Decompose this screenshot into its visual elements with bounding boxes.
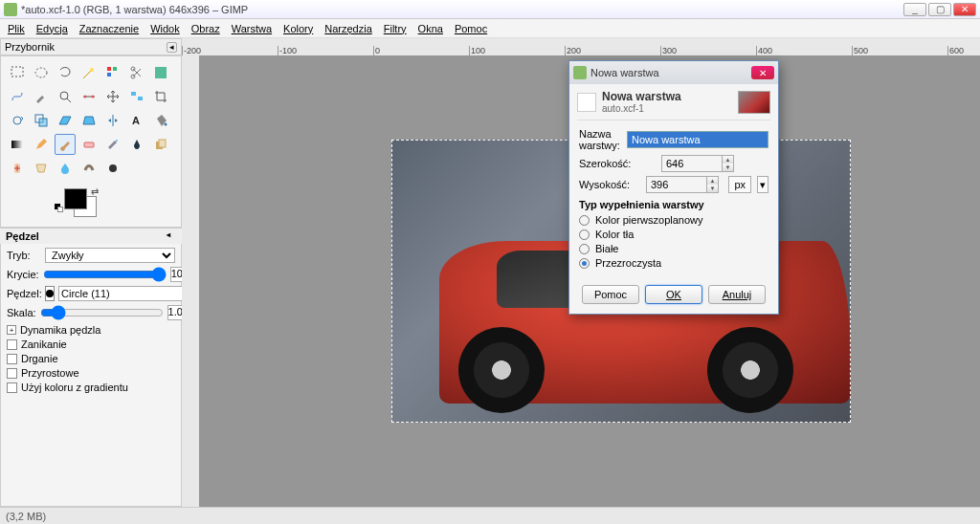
color-select-tool[interactable]	[102, 62, 123, 83]
width-label: Szerokość:	[579, 158, 656, 169]
picker-tool[interactable]	[31, 86, 52, 107]
fill-white-radio[interactable]: Białe	[579, 243, 768, 254]
menu-plik[interactable]: Plik	[2, 21, 31, 36]
menu-zaznaczenie[interactable]: Zaznaczenie	[74, 21, 145, 36]
height-spin[interactable]: 396▲▼	[646, 176, 719, 193]
wand-tool[interactable]	[78, 62, 100, 83]
rect-select-tool[interactable]	[7, 62, 28, 83]
layer-name-label: Nazwa warstwy:	[579, 128, 621, 151]
minimize-button[interactable]: _	[903, 3, 926, 16]
ink-tool[interactable]	[126, 134, 147, 155]
svg-rect-12	[131, 92, 136, 96]
incremental-check[interactable]: Przyrostowe	[7, 367, 175, 379]
rotate-tool[interactable]	[7, 110, 28, 131]
crop-tool[interactable]	[150, 86, 171, 107]
eraser-tool[interactable]	[78, 134, 100, 155]
unit-select[interactable]: px	[728, 176, 751, 193]
menu-filtry[interactable]: Filtry	[378, 21, 412, 36]
brush-name[interactable]	[58, 286, 196, 301]
fg-bg-swatches[interactable]: ⇄	[64, 188, 102, 221]
swap-colors-icon[interactable]: ⇄	[91, 186, 99, 197]
fade-check[interactable]: Zanikanie	[7, 338, 175, 350]
svg-rect-5	[107, 73, 111, 76]
airbrush-tool[interactable]	[102, 134, 123, 155]
default-colors-icon[interactable]	[55, 204, 64, 213]
mode-select[interactable]: Zwykły	[45, 248, 175, 263]
gradient-tool[interactable]	[7, 134, 28, 155]
opacity-slider[interactable]	[43, 268, 167, 281]
menu-edycja[interactable]: Edycja	[31, 21, 74, 36]
toolbox-close-icon[interactable]: ◂	[167, 42, 177, 53]
layer-name-input[interactable]	[627, 131, 768, 148]
close-button[interactable]: ✕	[953, 3, 976, 16]
cancel-button[interactable]: Anuluj	[708, 285, 766, 304]
pencil-tool[interactable]	[31, 134, 52, 155]
menu-okna[interactable]: Okna	[412, 21, 449, 36]
paintbrush-tool[interactable]	[55, 134, 76, 155]
lasso-tool[interactable]	[55, 62, 76, 83]
menu-kolory[interactable]: Kolory	[278, 21, 319, 36]
bucket-tool[interactable]	[150, 110, 171, 131]
menu-widok[interactable]: Widok	[145, 21, 186, 36]
align-tool[interactable]	[126, 86, 147, 107]
scale-label: Skala:	[7, 307, 36, 318]
toolbox-title-bar: Przybornik ◂	[0, 38, 182, 55]
scale-slider[interactable]	[40, 306, 164, 319]
svg-rect-13	[138, 97, 143, 100]
zoom-tool[interactable]	[55, 86, 76, 107]
scissors-tool[interactable]	[126, 62, 147, 83]
blur-tool[interactable]	[55, 158, 76, 179]
svg-point-1	[35, 68, 47, 77]
svg-rect-19	[84, 142, 94, 147]
fg-select-tool[interactable]	[150, 62, 171, 83]
smudge-tool[interactable]	[78, 158, 100, 179]
unit-dropdown-icon[interactable]: ▾	[757, 176, 768, 193]
ok-button[interactable]: OK	[645, 285, 702, 304]
gimp-icon	[4, 3, 17, 16]
dialog-close-button[interactable]: ✕	[751, 66, 774, 79]
fill-transparent-radio[interactable]: Przezroczysta	[579, 257, 768, 269]
paths-tool[interactable]	[7, 86, 28, 107]
fill-fg-radio[interactable]: Kolor pierwszoplanowy	[579, 214, 768, 226]
measure-tool[interactable]	[78, 86, 100, 107]
menu-obraz[interactable]: Obraz	[186, 21, 226, 36]
dodge-tool[interactable]	[102, 158, 123, 179]
flip-tool[interactable]	[102, 110, 123, 131]
options-menu-icon[interactable]: ◂	[167, 230, 176, 240]
dialog-title: Nowa warstwa	[590, 67, 751, 78]
new-layer-dialog: Nowa warstwa ✕ Nowa warstwa auto.xcf-1 N…	[568, 60, 779, 315]
ruler-horizontal: -200-1000100200300400500600	[182, 38, 980, 55]
perspective-tool[interactable]	[78, 110, 100, 131]
brush-options-header: Pędzel ◂	[0, 228, 182, 244]
gimp-icon	[573, 66, 587, 79]
brush-label: Pędzel:	[7, 288, 41, 299]
dynamics-expander[interactable]: +Dynamika pędzla	[7, 324, 175, 336]
menu-pomoc[interactable]: Pomoc	[449, 21, 493, 36]
menu-warstwa[interactable]: Warstwa	[226, 21, 278, 36]
svg-point-11	[92, 96, 95, 98]
help-button[interactable]: Pomoc	[582, 285, 639, 304]
scale-tool[interactable]	[31, 110, 52, 131]
brush-preview[interactable]	[45, 286, 55, 301]
dialog-thumb	[738, 91, 770, 114]
fg-color[interactable]	[64, 188, 87, 209]
gradient-check[interactable]: Użyj koloru z gradientu	[7, 382, 175, 393]
clone-tool[interactable]	[150, 134, 171, 155]
ellipse-select-tool[interactable]	[31, 62, 52, 83]
svg-rect-22	[159, 140, 166, 147]
mode-label: Tryb:	[7, 250, 41, 261]
jitter-check[interactable]: Drganie	[7, 353, 175, 364]
maximize-button[interactable]: ▢	[928, 3, 951, 16]
menu-narzedzia[interactable]: Narzędzia	[319, 21, 378, 36]
svg-point-17	[165, 123, 167, 126]
svg-point-9	[60, 92, 68, 99]
move-tool[interactable]	[102, 86, 123, 107]
shear-tool[interactable]	[55, 110, 76, 131]
heal-tool[interactable]	[7, 158, 28, 179]
fill-bg-radio[interactable]: Kolor tła	[579, 229, 768, 240]
text-tool[interactable]: A	[126, 110, 147, 131]
toolbox-title: Przybornik	[5, 41, 167, 53]
width-spin[interactable]: 646▲▼	[661, 155, 734, 172]
status-text: (3,2 MB)	[6, 511, 46, 522]
perspective-clone-tool[interactable]	[31, 158, 52, 179]
